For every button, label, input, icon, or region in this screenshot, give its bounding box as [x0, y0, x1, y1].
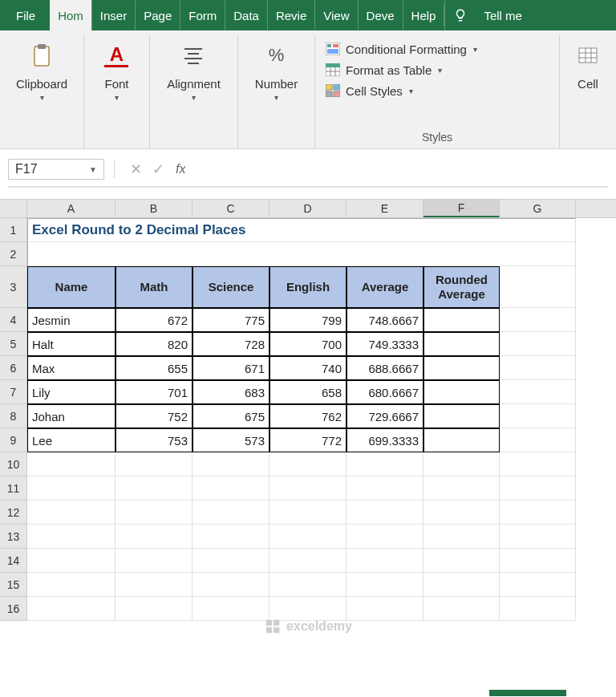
- empty-cell[interactable]: [27, 597, 116, 621]
- cancel-formula-button[interactable]: ✕: [124, 160, 147, 178]
- empty-cell[interactable]: [500, 428, 576, 452]
- empty-cell[interactable]: [424, 476, 500, 500]
- fx-icon[interactable]: fx: [176, 162, 185, 176]
- table-header[interactable]: RoundedAverage: [424, 266, 500, 308]
- empty-cell[interactable]: [192, 500, 270, 525]
- empty-cell[interactable]: [346, 476, 424, 500]
- table-cell[interactable]: 672: [116, 308, 192, 332]
- empty-cell[interactable]: [27, 242, 576, 266]
- table-header[interactable]: Science: [192, 266, 270, 308]
- row-header-8[interactable]: 8: [0, 404, 27, 428]
- empty-cell[interactable]: [346, 500, 424, 525]
- empty-cell[interactable]: [270, 525, 346, 549]
- empty-cell[interactable]: [424, 525, 500, 549]
- col-header-E[interactable]: E: [346, 200, 424, 217]
- table-cell[interactable]: 775: [192, 308, 270, 332]
- empty-cell[interactable]: [500, 332, 576, 356]
- table-cell[interactable]: 753: [116, 428, 192, 452]
- tab-file[interactable]: File: [5, 0, 50, 30]
- empty-cell[interactable]: [346, 525, 424, 549]
- lightbulb-icon[interactable]: [444, 0, 476, 30]
- empty-cell[interactable]: [27, 500, 116, 525]
- table-cell[interactable]: Jesmin: [27, 308, 116, 332]
- formula-input[interactable]: [185, 160, 616, 179]
- empty-cell[interactable]: [346, 452, 424, 476]
- table-cell[interactable]: 729.6667: [346, 404, 424, 428]
- empty-cell[interactable]: [27, 452, 116, 476]
- table-cell[interactable]: 748.6667: [346, 308, 424, 332]
- empty-cell[interactable]: [424, 452, 500, 476]
- table-cell[interactable]: 772: [270, 428, 346, 452]
- empty-cell[interactable]: [500, 266, 576, 308]
- empty-cell[interactable]: [500, 573, 576, 597]
- select-all-corner[interactable]: [0, 200, 27, 217]
- row-header-11[interactable]: 11: [0, 476, 27, 500]
- table-cell[interactable]: 799: [270, 308, 346, 332]
- row-header-6[interactable]: 6: [0, 356, 27, 380]
- empty-cell[interactable]: [270, 549, 346, 573]
- tab-home[interactable]: Hom: [50, 0, 91, 30]
- empty-cell[interactable]: [116, 525, 192, 549]
- empty-cell[interactable]: [270, 452, 346, 476]
- row-header-1[interactable]: 1: [0, 218, 27, 242]
- col-header-F[interactable]: F: [424, 200, 500, 217]
- empty-cell[interactable]: [270, 476, 346, 500]
- table-cell[interactable]: Lee: [27, 428, 116, 452]
- row-header-7[interactable]: 7: [0, 380, 27, 404]
- empty-cell[interactable]: [27, 573, 116, 597]
- tab-review[interactable]: Revie: [267, 0, 314, 30]
- empty-cell[interactable]: [116, 597, 192, 621]
- tab-page[interactable]: Page: [135, 0, 180, 30]
- empty-cell[interactable]: [192, 597, 270, 621]
- row-header-5[interactable]: 5: [0, 332, 27, 356]
- empty-cell[interactable]: [116, 476, 192, 500]
- empty-cell[interactable]: [500, 597, 576, 621]
- empty-cell[interactable]: [424, 500, 500, 525]
- table-cell[interactable]: Lily: [27, 380, 116, 404]
- tab-data[interactable]: Data: [225, 0, 267, 30]
- col-header-B[interactable]: B: [116, 200, 192, 217]
- table-header[interactable]: Average: [346, 266, 424, 308]
- tab-help[interactable]: Help: [403, 0, 444, 30]
- clipboard-button[interactable]: Clipboard ▾: [10, 38, 74, 107]
- empty-cell[interactable]: [116, 573, 192, 597]
- empty-cell[interactable]: [500, 452, 576, 476]
- table-cell[interactable]: 820: [116, 332, 192, 356]
- empty-cell[interactable]: [116, 549, 192, 573]
- empty-cell[interactable]: [500, 308, 576, 332]
- table-cell[interactable]: Johan: [27, 404, 116, 428]
- table-cell[interactable]: [424, 404, 500, 428]
- col-header-A[interactable]: A: [27, 200, 116, 217]
- format-as-table-button[interactable]: Format as Table ▾: [325, 61, 549, 79]
- table-cell[interactable]: 701: [116, 380, 192, 404]
- table-cell[interactable]: Max: [27, 356, 116, 380]
- empty-cell[interactable]: [270, 500, 346, 525]
- chevron-down-icon[interactable]: ▼: [89, 165, 97, 174]
- col-header-G[interactable]: G: [500, 200, 576, 217]
- table-cell[interactable]: 671: [192, 356, 270, 380]
- conditional-formatting-button[interactable]: Conditional Formatting ▾: [325, 40, 549, 58]
- title-cell[interactable]: Excel Round to 2 Decimal Places: [27, 218, 576, 242]
- empty-cell[interactable]: [192, 452, 270, 476]
- row-header-3[interactable]: 3: [0, 266, 27, 308]
- row-header-10[interactable]: 10: [0, 452, 27, 476]
- table-cell[interactable]: Halt: [27, 332, 116, 356]
- table-cell[interactable]: [424, 380, 500, 404]
- empty-cell[interactable]: [116, 500, 192, 525]
- tab-formulas[interactable]: Form: [180, 0, 225, 30]
- row-header-2[interactable]: 2: [0, 242, 27, 266]
- name-box[interactable]: F17 ▼: [8, 159, 104, 180]
- empty-cell[interactable]: [116, 452, 192, 476]
- table-cell[interactable]: 655: [116, 356, 192, 380]
- table-cell[interactable]: [424, 308, 500, 332]
- table-cell[interactable]: 683: [192, 380, 270, 404]
- empty-cell[interactable]: [27, 476, 116, 500]
- table-cell[interactable]: 680.6667: [346, 380, 424, 404]
- row-header-14[interactable]: 14: [0, 549, 27, 573]
- table-cell[interactable]: 740: [270, 356, 346, 380]
- table-cell[interactable]: 699.3333: [346, 428, 424, 452]
- table-header[interactable]: Name: [27, 266, 116, 308]
- table-cell[interactable]: [424, 332, 500, 356]
- table-cell[interactable]: 688.6667: [346, 356, 424, 380]
- empty-cell[interactable]: [500, 356, 576, 380]
